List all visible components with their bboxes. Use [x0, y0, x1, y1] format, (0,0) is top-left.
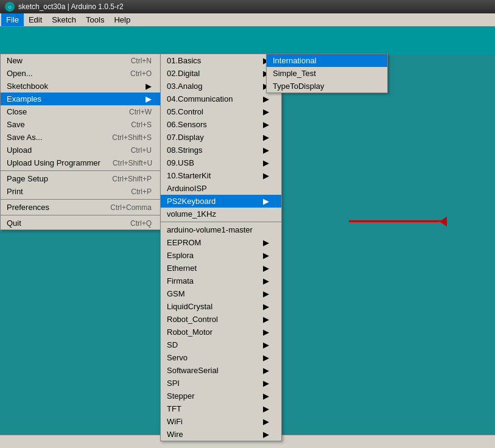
menu-tools[interactable]: Tools — [81, 13, 109, 26]
menu-preferences[interactable]: Preferences Ctrl+Comma — [1, 201, 164, 214]
menu-page-setup-shortcut: Ctrl+Shift+P — [112, 175, 152, 183]
examples-firmata[interactable]: Firmata ▶ — [161, 275, 281, 287]
robot-motor-arrow: ▶ — [263, 327, 269, 337]
window-title: sketch_oct30a | Arduino 1.0.5-r2 — [18, 2, 124, 11]
examples-wire-label: Wire — [167, 430, 183, 439]
examples-stepper[interactable]: Stepper ▶ — [161, 390, 281, 402]
menu-sketch[interactable]: Sketch — [47, 13, 81, 26]
examples-wifi-label: WiFi — [167, 417, 183, 426]
menu-file-label: File — [6, 15, 19, 24]
examples-gsm[interactable]: GSM ▶ — [161, 287, 281, 300]
examples-sensors[interactable]: 06.Sensors ▶ — [161, 118, 281, 131]
display-arrow: ▶ — [263, 133, 269, 142]
editor-area: New Ctrl+N Open... Ctrl+O Sketchbook ▶ E… — [0, 27, 495, 441]
examples-liquidcrystal[interactable]: LiquidCrystal ▶ — [161, 300, 281, 313]
file-dropdown: New Ctrl+N Open... Ctrl+O Sketchbook ▶ E… — [0, 54, 164, 230]
examples-strings[interactable]: 08.Strings ▶ — [161, 144, 281, 156]
examples-liquidcrystal-label: LiquidCrystal — [167, 302, 212, 311]
menu-new[interactable]: New Ctrl+N — [1, 54, 164, 67]
examples-digital[interactable]: 02.Digital ▶ — [161, 67, 281, 80]
examples-basics-label: 01.Basics — [167, 56, 201, 65]
menu-close-label: Close — [7, 107, 27, 116]
examples-wire[interactable]: Wire ▶ — [161, 428, 281, 441]
gsm-arrow: ▶ — [263, 289, 269, 298]
menu-quit[interactable]: Quit Ctrl+Q — [1, 217, 164, 229]
ps2keyboard-type-to-display[interactable]: TypeToDisplay — [267, 80, 387, 93]
examples-softwareserial[interactable]: SoftwareSerial ▶ — [161, 364, 281, 377]
examples-firmata-label: Firmata — [167, 276, 194, 285]
ps2keyboard-international[interactable]: International — [267, 54, 387, 67]
ps2keyboard-simple-test[interactable]: Simple_Test — [267, 67, 387, 80]
examples-control[interactable]: 05.Control ▶ — [161, 105, 281, 118]
menu-save-as[interactable]: Save As... Ctrl+Shift+S — [1, 131, 164, 144]
examples-gsm-label: GSM — [167, 289, 185, 298]
menu-upload[interactable]: Upload Ctrl+U — [1, 144, 164, 156]
menu-close[interactable]: Close Ctrl+W — [1, 105, 164, 118]
menu-print[interactable]: Print Ctrl+P — [1, 185, 164, 198]
examples-sensors-label: 06.Sensors — [167, 120, 207, 129]
examples-communication[interactable]: 04.Communication ▶ — [161, 93, 281, 105]
examples-basics[interactable]: 01.Basics ▶ — [161, 54, 281, 67]
menu-upload-label: Upload — [7, 145, 32, 155]
examples-ethernet-label: Ethernet — [167, 264, 197, 273]
examples-esplora[interactable]: Esplora ▶ — [161, 249, 281, 262]
menu-help[interactable]: Help — [109, 13, 135, 26]
spi-arrow: ▶ — [263, 379, 269, 388]
examples-wifi[interactable]: WiFi ▶ — [161, 415, 281, 428]
examples-sd[interactable]: SD ▶ — [161, 338, 281, 351]
menu-file[interactable]: File — [1, 13, 24, 26]
menu-edit[interactable]: Edit — [24, 13, 47, 26]
menu-sketchbook[interactable]: Sketchbook ▶ — [1, 80, 164, 93]
examples-usb[interactable]: 09.USB ▶ — [161, 156, 281, 169]
examples-arduino-volume1[interactable]: arduino-volume1-master — [161, 223, 281, 236]
menu-open[interactable]: Open... Ctrl+O — [1, 67, 164, 80]
menu-quit-label: Quit — [7, 219, 21, 228]
menu-close-shortcut: Ctrl+W — [129, 108, 152, 116]
examples-servo[interactable]: Servo ▶ — [161, 351, 281, 364]
examples-robot-control[interactable]: Robot_Control ▶ — [161, 313, 281, 326]
examples-robot-motor[interactable]: Robot_Motor ▶ — [161, 326, 281, 338]
menu-examples[interactable]: Examples ▶ — [1, 93, 164, 105]
menu-sketch-label: Sketch — [52, 15, 76, 24]
ps2keyboard-submenu: International Simple_Test TypeToDisplay — [266, 54, 388, 93]
examples-stepper-label: Stepper — [167, 391, 195, 401]
examples-spi-label: SPI — [167, 379, 180, 388]
menu-quit-shortcut: Ctrl+Q — [130, 219, 152, 228]
menu-page-setup-label: Page Setup — [7, 174, 48, 183]
menu-print-label: Print — [7, 187, 23, 196]
menu-print-shortcut: Ctrl+P — [131, 187, 152, 196]
liquidcrystal-arrow: ▶ — [263, 302, 269, 311]
communication-arrow: ▶ — [263, 94, 269, 103]
menu-upload-programmer-label: Upload Using Programmer — [7, 158, 100, 167]
examples-robot-motor-label: Robot_Motor — [167, 327, 212, 337]
examples-esplora-label: Esplora — [167, 251, 194, 260]
examples-strings-label: 08.Strings — [167, 145, 203, 155]
examples-divider — [161, 222, 281, 222]
menu-tools-label: Tools — [86, 15, 104, 24]
menu-open-shortcut: Ctrl+O — [130, 69, 152, 78]
menu-upload-shortcut: Ctrl+U — [131, 146, 152, 155]
examples-volume1khz[interactable]: volume_1KHz — [161, 208, 281, 220]
examples-spi[interactable]: SPI ▶ — [161, 377, 281, 390]
menu-upload-programmer[interactable]: Upload Using Programmer Ctrl+Shift+U — [1, 156, 164, 169]
menu-new-shortcut: Ctrl+N — [131, 57, 152, 65]
examples-ethernet[interactable]: Ethernet ▶ — [161, 262, 281, 275]
menu-preferences-shortcut: Ctrl+Comma — [110, 203, 152, 212]
examples-display[interactable]: 07.Display ▶ — [161, 131, 281, 144]
esplora-arrow: ▶ — [263, 251, 269, 260]
examples-tft[interactable]: TFT ▶ — [161, 402, 281, 415]
starterkit-arrow: ▶ — [263, 171, 269, 180]
menu-new-label: New — [7, 56, 23, 65]
examples-eeprom[interactable]: EEPROM ▶ — [161, 236, 281, 249]
wire-arrow: ▶ — [263, 430, 269, 439]
examples-ps2keyboard[interactable]: PS2Keyboard ▶ — [161, 195, 281, 208]
examples-analog[interactable]: 03.Analog ▶ — [161, 80, 281, 93]
menu-page-setup[interactable]: Page Setup Ctrl+Shift+P — [1, 172, 164, 185]
examples-arduinoisp[interactable]: ArduinoISP — [161, 182, 281, 195]
menu-save[interactable]: Save Ctrl+S — [1, 118, 164, 131]
examples-starterkit[interactable]: 10.StarterKit ▶ — [161, 169, 281, 182]
ethernet-arrow: ▶ — [263, 264, 269, 273]
menu-save-label: Save — [7, 120, 25, 129]
strings-arrow: ▶ — [263, 145, 269, 155]
examples-digital-label: 02.Digital — [167, 69, 200, 78]
